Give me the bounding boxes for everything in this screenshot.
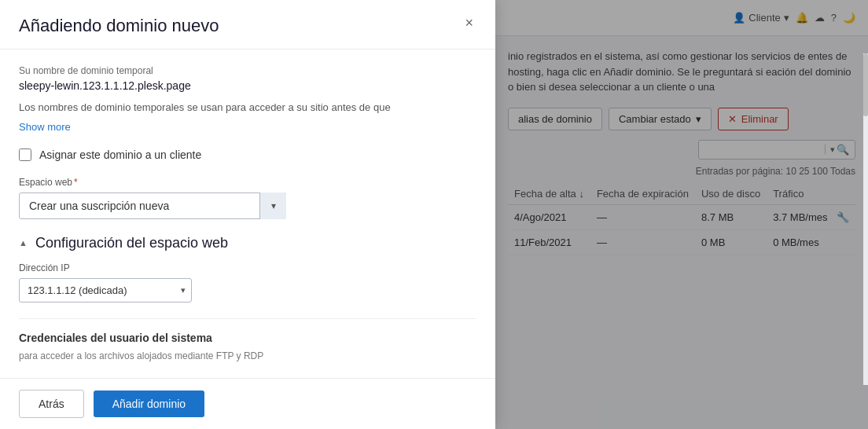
credentials-section: Credenciales del usuario del sistema par… [19,318,476,363]
credentials-description: para acceder a los archivos alojados med… [19,349,476,363]
modal-overlay [495,0,868,429]
section-collapse-icon[interactable]: ▲ [19,238,28,248]
web-space-group: Espacio web* Crear una suscripción nueva… [19,177,476,219]
section-header: ▲ Configuración del espacio web [19,235,476,251]
show-more-link[interactable]: Show more [19,121,71,133]
scroll-thumb[interactable] [863,53,868,116]
temp-domain-label: Su nombre de dominio temporal [19,65,476,76]
assign-client-label[interactable]: Asignar este dominio a un cliente [39,148,201,161]
assign-client-row: Asignar este dominio a un cliente [19,148,476,161]
section-title: Configuración del espacio web [35,235,228,251]
temp-domain-section: Su nombre de dominio temporal sleepy-lew… [19,65,476,133]
back-button[interactable]: Atrás [19,390,84,418]
credentials-title: Credenciales del usuario del sistema [19,332,476,344]
assign-client-checkbox[interactable] [19,148,31,161]
web-space-select[interactable]: Crear una suscripción nueva [19,192,286,219]
modal-title: Añadiendo dominio nuevo [19,16,219,36]
ip-address-group: Dirección IP 123.1.1.12 (dedicada) ▾ [19,262,476,302]
modal-footer: Atrás Añadir dominio [0,378,495,429]
required-marker: * [74,177,78,188]
web-space-select-wrapper: Crear una suscripción nueva ▾ [19,192,286,219]
web-space-label: Espacio web* [19,177,476,188]
ip-select-wrapper: 123.1.1.12 (dedicada) ▾ [19,278,192,302]
ip-label: Dirección IP [19,262,476,273]
ip-select[interactable]: 123.1.1.12 (dedicada) [19,278,192,302]
web-space-config-section: ▲ Configuración del espacio web Direcció… [19,235,476,302]
close-button[interactable]: × [462,16,476,30]
temp-domain-value: sleepy-lewin.123.1.1.12.plesk.page [19,79,476,92]
modal-body: Su nombre de dominio temporal sleepy-lew… [0,50,495,378]
add-domain-button[interactable]: Añadir dominio [94,390,204,417]
modal-header: Añadiendo dominio nuevo × [0,0,495,50]
temp-domain-description: Los nombres de dominio temporales se usa… [19,100,476,116]
modal-scrollbar [863,53,868,385]
add-domain-modal: Añadiendo dominio nuevo × Su nombre de d… [0,0,495,429]
